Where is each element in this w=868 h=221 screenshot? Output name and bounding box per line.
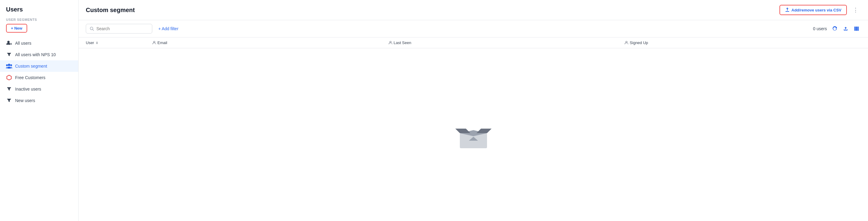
empty-box-illustration [454,121,493,148]
empty-state [79,48,868,221]
new-segment-button[interactable]: + New [6,24,27,33]
column-signedup-label: Signed Up [630,40,648,45]
users-count: 0 users [813,26,827,31]
more-icon: ⋮ [853,7,858,13]
funnel-icon-new [6,97,12,103]
svg-point-8 [626,41,627,43]
column-user-label: User [86,40,94,45]
sidebar-item-label: All users [15,41,31,45]
toolbar: + Add filter 0 users [79,20,868,37]
refresh-button[interactable] [831,25,839,32]
columns-icon [854,26,859,31]
sidebar-item-label: New users [15,98,35,103]
sidebar-item-inactive-users[interactable]: Inactive users [0,83,78,95]
search-box[interactable] [86,24,152,33]
more-options-button[interactable]: ⋮ [850,5,861,14]
sidebar: Users User segments + New All users All … [0,0,79,221]
sidebar-item-label: All users with NPS 10 [15,52,56,57]
svg-rect-5 [858,27,859,31]
sidebar-item-custom-segment[interactable]: Custom segment [0,60,78,72]
search-input[interactable] [96,26,148,31]
person-icon-lastseen [389,41,393,45]
column-header-user[interactable]: User [86,40,152,45]
csv-button-label: Add/remove users via CSV [792,8,841,12]
svg-rect-4 [856,27,857,31]
svg-marker-11 [455,129,470,133]
person-icon-email [152,41,156,45]
table-header: User Email Last Seen Signed Up [79,37,868,48]
users-icon [6,40,12,46]
sidebar-section-label: User segments [0,18,78,24]
person-icon-signedup [624,41,628,45]
funnel-icon [6,52,12,58]
svg-rect-3 [855,27,856,31]
sidebar-item-all-users[interactable]: All users [0,37,78,49]
main-content: Custom segment Add/remove users via CSV … [79,0,868,221]
column-lastseen-label: Last Seen [394,40,411,45]
main-header: Custom segment Add/remove users via CSV … [79,0,868,20]
funnel-icon-inactive [6,86,12,92]
export-button[interactable] [841,25,850,32]
sidebar-item-free-customers[interactable]: Free Customers [0,72,78,83]
svg-point-7 [390,41,391,43]
export-icon [843,26,848,31]
toolbar-right: 0 users [813,25,861,32]
column-email-label: Email [157,40,167,45]
sidebar-item-label: Custom segment [15,64,47,68]
toolbar-left: + Add filter [86,24,181,33]
column-header-signedup: Signed Up [624,40,861,45]
sidebar-title: Users [0,6,78,18]
sort-icon [95,41,99,45]
svg-marker-0 [7,75,11,80]
columns-button[interactable] [852,25,861,32]
refresh-icon [832,26,837,31]
sidebar-item-new-users[interactable]: New users [0,95,78,106]
search-icon [90,27,94,31]
page-title: Custom segment [86,7,135,13]
sidebar-item-all-users-nps[interactable]: All users with NPS 10 [0,49,78,60]
csv-button[interactable]: Add/remove users via CSV [779,5,847,15]
sidebar-item-label: Free Customers [15,75,45,80]
new-button-area: + New [0,24,78,37]
hexagon-icon [6,74,12,81]
svg-line-2 [93,30,94,31]
sidebar-item-label: Inactive users [15,87,41,92]
svg-point-6 [153,41,155,43]
add-filter-button[interactable]: + Add filter [156,25,181,33]
column-header-lastseen: Last Seen [389,40,625,45]
upload-icon [785,7,790,12]
header-actions: Add/remove users via CSV ⋮ [779,5,861,15]
svg-marker-12 [476,129,492,133]
custom-segment-icon [6,63,12,69]
column-header-email: Email [152,40,389,45]
